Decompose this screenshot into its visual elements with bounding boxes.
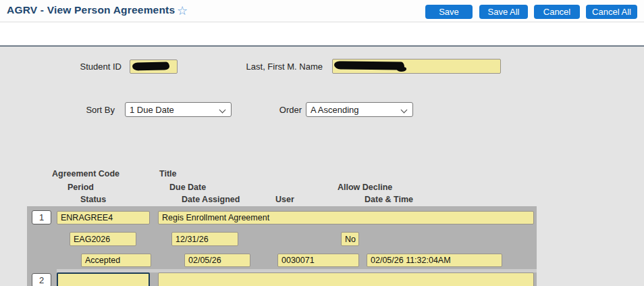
header-date-time: Date & Time (365, 195, 413, 204)
title-bar: AGRV - View Person Agreements ☆ Save Sav… (0, 0, 644, 22)
sort-by-label: Sort By (68, 105, 115, 115)
student-id-label: Student ID (56, 62, 122, 72)
status-field[interactable]: Accepted (81, 254, 151, 267)
name-redaction (334, 61, 404, 70)
header-title: Title (159, 169, 176, 178)
header-date-assigned: Date Assigned (182, 195, 240, 204)
cancel-all-button[interactable]: Cancel All (586, 5, 637, 19)
sort-by-value: 1 Due Date (130, 105, 174, 115)
favorite-star-icon[interactable]: ☆ (177, 3, 188, 19)
header-allow-decline: Allow Decline (338, 183, 392, 192)
header-agreement-code: Agreement Code (52, 169, 119, 178)
due-date-field[interactable]: 12/31/26 (171, 232, 238, 246)
header-period: Period (68, 183, 94, 192)
page-title: AGRV - View Person Agreements (7, 4, 175, 16)
sort-by-select[interactable]: 1 Due Date (125, 102, 232, 117)
record-nav-toolbar: x of 1 (0, 22, 644, 45)
chevron-down-icon (219, 107, 226, 114)
title-field[interactable] (158, 272, 534, 286)
header-due-date: Due Date (169, 183, 206, 192)
agreement-code-field-focused[interactable] (57, 272, 150, 286)
agrv-window: AGRV - View Person Agreements ☆ Save Sav… (0, 0, 644, 286)
header-status: Status (80, 195, 106, 204)
student-id-redaction (132, 62, 169, 70)
chevron-down-icon (401, 107, 408, 114)
row-number-box[interactable]: 2 (32, 273, 51, 286)
order-select[interactable]: A Ascending (306, 102, 413, 117)
name-label: Last, First M. Name (230, 62, 323, 72)
date-time-field[interactable]: 02/05/26 11:32:04AM (367, 254, 502, 267)
title-field[interactable]: Regis Enrollment Agreement (158, 211, 534, 224)
date-assigned-field[interactable]: 02/05/26 (184, 254, 250, 267)
header-user: User (275, 195, 294, 204)
order-value: A Ascending (311, 105, 359, 115)
period-field[interactable]: EAG2026 (70, 232, 136, 246)
row-number-box[interactable]: 1 (32, 210, 51, 224)
save-all-button[interactable]: Save All (479, 5, 528, 19)
cancel-button[interactable]: Cancel (534, 5, 580, 19)
order-label: Order (254, 105, 302, 115)
agreement-code-field[interactable]: ENRAGREE4 (57, 211, 150, 224)
allow-decline-field[interactable]: No (341, 232, 359, 246)
save-button[interactable]: Save (425, 5, 473, 19)
user-field[interactable]: 0030071 (277, 254, 359, 267)
